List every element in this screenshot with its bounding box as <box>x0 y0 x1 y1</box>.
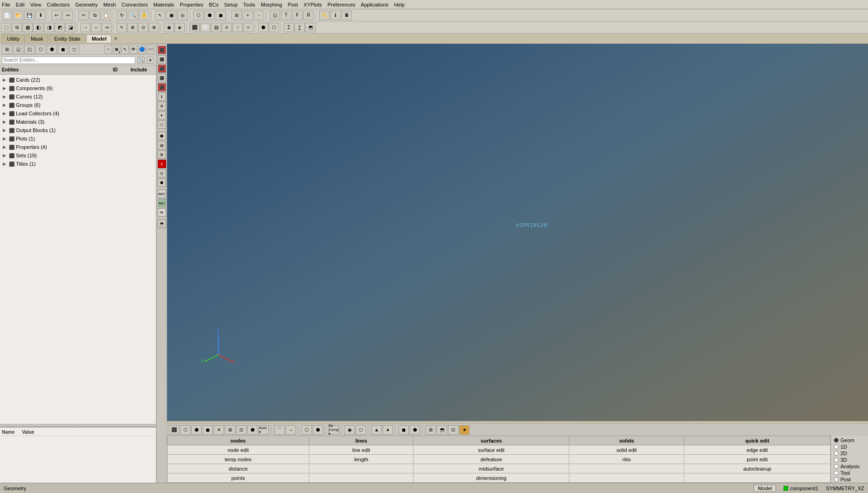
tree-item-cards[interactable]: ▶ ⬛ Cards (22) <box>1 76 155 84</box>
cell-node-edit[interactable]: node edit <box>168 445 309 455</box>
tb2-25[interactable]: Σ <box>284 23 294 32</box>
menu-item-applications[interactable]: Applications <box>361 2 388 7</box>
tb2-23[interactable]: ⬟ <box>258 23 268 32</box>
tb2-20[interactable]: ≡ <box>222 23 232 32</box>
tb2-5[interactable]: ◨ <box>44 23 54 32</box>
vtb-btn11[interactable]: ▤ <box>158 141 166 149</box>
vtb-btn16[interactable]: ABC <box>158 199 166 207</box>
bt-btn14[interactable]: By Comp ▾ <box>329 425 339 435</box>
redo-btn[interactable]: ↪ <box>63 11 73 20</box>
col-quick-edit[interactable]: quick edit <box>684 436 831 445</box>
tab-utility[interactable]: Utility <box>2 35 25 42</box>
open-btn[interactable]: 📂 <box>13 11 23 20</box>
lp-arrow-btn[interactable]: ↖ <box>121 45 129 54</box>
lp-display-btn1[interactable]: ○ <box>105 45 112 54</box>
bt-btn20[interactable]: ⬟ <box>410 425 420 435</box>
tab-mask[interactable]: Mask <box>26 35 48 42</box>
cell-defeature[interactable]: defeature <box>413 455 569 464</box>
bt-btn15[interactable]: ◉ <box>344 425 355 435</box>
vtb-btn14[interactable]: ⬟ <box>158 178 166 187</box>
tb2-26[interactable]: ∑ <box>294 23 305 32</box>
cell-edge-edit[interactable]: edge edit <box>684 445 831 455</box>
bt-btn2[interactable]: ⬡ <box>180 425 190 435</box>
wireframe-btn[interactable]: ⬡ <box>193 11 203 20</box>
tree-item-materials[interactable]: ▶ ⬛ Materials (3) <box>1 118 155 126</box>
tb2-10[interactable]: ⇒ <box>102 23 112 32</box>
lp-btn6[interactable]: ◼ <box>58 45 68 54</box>
info-btn[interactable]: ℹ <box>330 11 341 20</box>
bt-btn16[interactable]: ⬡ <box>356 425 366 435</box>
select-circle-btn[interactable]: ◎ <box>177 11 188 20</box>
bt-btn7[interactable]: ⊡ <box>236 425 246 435</box>
vtb-btn15[interactable]: ABC <box>158 190 166 198</box>
lp-btn5[interactable]: ⬢ <box>47 45 57 54</box>
select-btn[interactable]: ↖ <box>155 11 165 20</box>
tb2-8[interactable]: → <box>80 23 91 32</box>
tree-item-plots[interactable]: ▶ ⬛ Plots (1) <box>1 134 155 143</box>
tree-item-components[interactable]: ▶ ⬛ Components (9) <box>1 84 155 92</box>
menu-item-preferences[interactable]: Preferences <box>328 2 355 7</box>
tb2-12[interactable]: ⊕ <box>127 23 138 32</box>
bt-btn17[interactable]: ▲ <box>371 425 382 435</box>
vtb-btn4[interactable]: ⬛ <box>158 74 166 82</box>
menu-item-xyplots[interactable]: XYPlots <box>304 2 322 7</box>
cell-dimensioning[interactable]: dimensioning <box>413 473 569 483</box>
shaded-btn[interactable]: ⬢ <box>204 11 215 20</box>
radio-2d[interactable]: 2D <box>834 451 865 456</box>
search-button[interactable]: 🔍 <box>137 56 145 64</box>
bt-btn19[interactable]: ◼ <box>399 425 409 435</box>
cell-temp-nodes[interactable]: temp nodes <box>168 455 309 464</box>
pan-btn[interactable]: ✋ <box>139 11 149 20</box>
cell-autocleanup[interactable]: autocleanup <box>684 464 831 473</box>
col-nodes[interactable]: nodes <box>168 436 309 445</box>
radio-1d[interactable]: 1D <box>834 444 865 450</box>
lp-display-btn2[interactable]: ▦▾ <box>113 45 120 54</box>
tb2-27[interactable]: ⬒ <box>305 23 315 32</box>
radio-tool[interactable]: Tool <box>834 470 865 476</box>
front-btn[interactable]: F <box>292 11 302 20</box>
lp-eye2-btn[interactable]: 🔵 <box>138 45 146 54</box>
import-btn[interactable]: ⬇ <box>35 11 46 20</box>
menu-item-bcs[interactable]: BCs <box>209 2 219 7</box>
vtb-btn6[interactable]: ℹ <box>158 92 166 101</box>
vtb-btn2[interactable]: ⬛ <box>158 55 166 63</box>
tb2-17[interactable]: ⬛ <box>189 23 200 32</box>
lp-btn1[interactable]: ⊞ <box>2 45 12 54</box>
tb2-14[interactable]: ⊗ <box>149 23 159 32</box>
measure-btn[interactable]: 📏 <box>319 11 329 20</box>
tb2-9[interactable]: ↔ <box>91 23 101 32</box>
select-box-btn[interactable]: ▣ <box>166 11 176 20</box>
tb2-3[interactable]: ▦ <box>22 23 33 32</box>
cell-distance[interactable]: distance <box>168 464 309 473</box>
vtb-btn17[interactable]: A₂ <box>158 208 166 217</box>
tab-entity-state[interactable]: Entity State <box>49 35 85 42</box>
menu-item-geometry[interactable]: Geometry <box>75 2 98 7</box>
tb2-4[interactable]: ◧ <box>33 23 43 32</box>
rotate-btn[interactable]: ↻ <box>117 11 127 20</box>
radio-geom[interactable]: Geom <box>834 437 865 443</box>
vtb-btn13[interactable]: ⊡ <box>158 169 166 177</box>
vtb-btn9[interactable]: ⬡ <box>158 120 166 129</box>
radio-post[interactable]: Post <box>834 477 865 482</box>
cell-surface-edit[interactable]: surface edit <box>413 445 569 455</box>
lp-eye3-btn[interactable]: 👓 <box>147 45 154 54</box>
menu-item-post[interactable]: Post <box>288 2 298 7</box>
col-surfaces[interactable]: surfaces <box>413 436 569 445</box>
lp-btn4[interactable]: ⬡ <box>35 45 46 54</box>
menu-item-help[interactable]: Help <box>394 2 405 7</box>
col-solids[interactable]: solids <box>569 436 684 445</box>
vtb-num-btn[interactable]: 1 <box>158 160 166 168</box>
bt-btn18[interactable]: ● <box>383 425 393 435</box>
zoom-out-btn[interactable]: - <box>254 11 264 20</box>
menu-item-morphing[interactable]: Morphing <box>261 2 282 7</box>
search-input[interactable] <box>2 56 135 64</box>
cell-ribs[interactable]: ribs <box>569 455 684 464</box>
tb2-7[interactable]: ◪ <box>65 23 76 32</box>
lp-btn3[interactable]: ◰ <box>24 45 35 54</box>
menu-item-edit[interactable]: Edit <box>16 2 25 7</box>
tree-item-titles[interactable]: ▶ ⬛ Titles (1) <box>1 160 155 168</box>
lp-eye-btn[interactable]: 👁 <box>130 45 137 54</box>
tb2-13[interactable]: ⊙ <box>138 23 148 32</box>
bt-btn21[interactable]: ⊞ <box>426 425 436 435</box>
bt-btn4[interactable]: ◼ <box>203 425 213 435</box>
